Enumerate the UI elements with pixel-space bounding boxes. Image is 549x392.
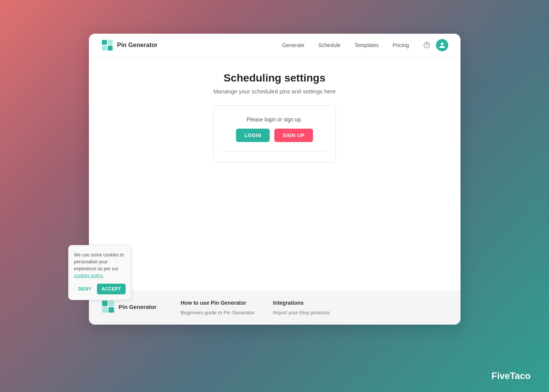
help-icon [423,42,430,49]
footer-link-etsy[interactable]: Import your Etsy products [273,310,329,315]
signup-button[interactable]: SIGN UP [274,129,313,142]
nav: Generate Schedule Templates Pricing [277,39,448,51]
login-prompt: Please login or sign up. [247,116,303,122]
cookie-notice: We use some cookies to personalise your … [68,245,131,300]
main-content: Scheduling settings Manange your schedul… [89,57,461,291]
login-box-buttons: LOGIN SIGN UP [236,129,313,142]
fivetaco-brand: FiveTaco [492,371,531,381]
footer-col-integrations-title: Integrations [273,300,329,306]
footer-logo-icon [101,300,115,314]
page-subtitle: Manange your scheduled pins and settings… [213,88,336,95]
nav-generate[interactable]: Generate [277,39,310,51]
account-icon [439,42,446,49]
nav-templates[interactable]: Templates [349,39,384,51]
svg-rect-1 [108,40,113,45]
cookie-text: We use some cookies to personalise your … [74,252,126,279]
svg-rect-9 [108,307,114,313]
footer-col-how-to: How to use Pin Generator Beginners guide… [181,300,255,315]
accept-button[interactable]: ACCEPT [97,284,126,294]
footer: Pin Generator How to use Pin Generator B… [89,291,461,325]
logo[interactable]: Pin Generator [101,39,158,51]
svg-rect-7 [108,301,114,306]
footer-col-integrations: Integrations Import your Etsy products [273,300,329,315]
help-button[interactable] [421,39,433,51]
footer-brand: Pin Generator [101,300,162,314]
page-title: Scheduling settings [223,72,325,84]
svg-rect-2 [102,46,107,51]
svg-rect-3 [108,46,113,51]
cookie-buttons: DENY ACCEPT [74,284,126,294]
footer-col-how-to-title: How to use Pin Generator [181,300,255,306]
account-button[interactable] [436,39,448,51]
cookie-message-start: We use some cookies to personalise your … [74,252,124,271]
svg-rect-8 [102,307,108,313]
nav-icons [421,39,448,51]
deny-button[interactable]: DENY [76,285,94,293]
header: Pin Generator Generate Schedule Template… [89,34,461,57]
divider [223,151,326,152]
nav-pricing[interactable]: Pricing [387,39,415,51]
login-box: Please login or sign up. LOGIN SIGN UP [213,105,336,163]
main-card: Pin Generator Generate Schedule Template… [89,34,461,325]
footer-brand-text: Pin Generator [119,304,157,310]
login-button[interactable]: LOGIN [236,129,270,142]
logo-text: Pin Generator [117,42,158,49]
cookie-policy-link[interactable]: cookies policy. [74,273,103,278]
footer-link-beginners[interactable]: Beginners guide to Pin Generator [181,310,255,315]
svg-rect-6 [102,301,108,306]
svg-rect-0 [102,40,107,45]
nav-schedule[interactable]: Schedule [313,39,346,51]
logo-icon [101,39,113,51]
